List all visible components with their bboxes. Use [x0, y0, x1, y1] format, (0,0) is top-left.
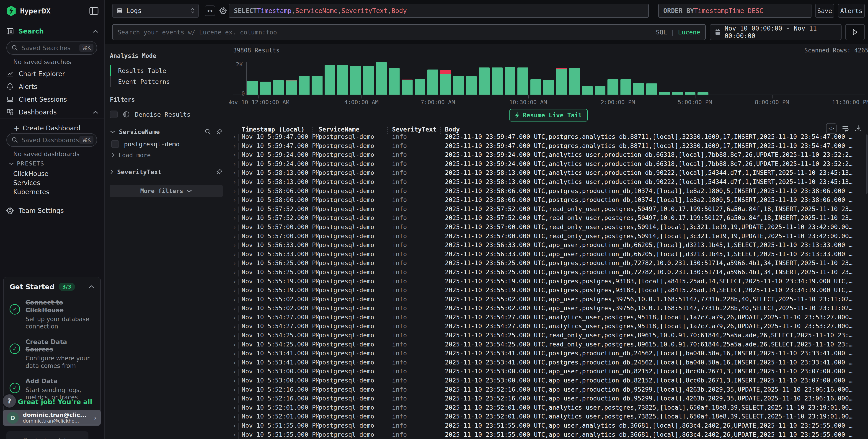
row-expand-chevron[interactable]: › [233, 224, 237, 231]
row-expand-chevron[interactable]: › [233, 323, 237, 330]
table-row[interactable]: ›Nov 10 5:58:06.000 PMpostgresql-demoinf… [229, 187, 868, 196]
row-expand-chevron[interactable]: › [233, 206, 237, 213]
run-search-button[interactable] [845, 24, 865, 40]
get-started-step[interactable]: ✓Create Data SourcesConfigure where your… [9, 338, 94, 370]
row-expand-chevron[interactable]: › [233, 404, 237, 411]
row-expand-chevron[interactable]: › [233, 287, 237, 294]
column-header-servicename[interactable]: ServiceName [319, 126, 360, 133]
select-columns-input[interactable]: SELECT Timestamp,ServiceName,SeverityTex… [229, 4, 649, 18]
row-expand-chevron[interactable]: › [233, 386, 237, 393]
row-expand-chevron[interactable]: › [233, 413, 237, 420]
facet-value-postgresql-demo[interactable]: postgresql-demo [111, 138, 223, 150]
row-expand-chevron[interactable]: › [233, 296, 237, 303]
table-row[interactable]: ›Nov 10 5:53:00.000 PMpostgresql-demoinf… [229, 368, 868, 377]
chevron-up-icon[interactable] [88, 285, 94, 288]
sidebar-item-search[interactable]: Search [0, 26, 104, 37]
table-row[interactable]: ›Nov 10 5:52:01.000 PMpostgresql-demoinf… [229, 404, 868, 413]
table-row[interactable]: ›Nov 10 5:58:06.000 PMpostgresql-demoinf… [229, 196, 868, 206]
chevron-up-icon[interactable] [93, 29, 98, 33]
table-row[interactable]: ›Nov 10 5:57:00.000 PMpostgresql-demoinf… [229, 232, 868, 242]
row-expand-chevron[interactable]: › [233, 269, 237, 276]
checkbox[interactable] [111, 140, 119, 148]
sidebar-item-client-sessions[interactable]: Client Sessions [0, 93, 104, 105]
product-updates-card[interactable]: Product updates [6, 431, 88, 439]
table-row[interactable]: ›Nov 10 5:55:02.000 PMpostgresql-demoinf… [229, 305, 868, 314]
row-expand-chevron[interactable]: › [233, 188, 237, 195]
date-range-picker[interactable]: Nov 10 00:00:00 - Nov 11 00:00:00 [710, 24, 842, 40]
row-expand-chevron[interactable]: › [233, 161, 237, 167]
create-dashboard-button[interactable]: + Create Dashboard [0, 122, 104, 134]
row-expand-chevron[interactable]: › [233, 197, 237, 203]
denoise-results-checkbox-row[interactable]: Denoise Results [110, 108, 223, 120]
table-row[interactable]: ›Nov 10 5:53:41.000 PMpostgresql-demoinf… [229, 350, 868, 359]
row-expand-chevron[interactable]: › [233, 395, 237, 402]
more-filters-button[interactable]: More filters [110, 185, 223, 197]
row-expand-chevron[interactable]: › [233, 368, 237, 375]
column-header-severitytext[interactable]: SeverityText [392, 126, 436, 133]
row-expand-chevron[interactable]: › [233, 251, 237, 258]
user-menu[interactable]: D dominic.tran@clic... dominic.tran@clic… [3, 410, 101, 426]
preset-dashboard-kubernetes[interactable]: Kubernetes [13, 188, 50, 196]
mode-event-patterns[interactable]: Event Patterns [110, 76, 223, 87]
table-row[interactable]: ›Nov 10 5:59:24.000 PMpostgresql-demoinf… [229, 160, 868, 169]
row-expand-chevron[interactable]: › [233, 152, 237, 158]
table-row[interactable]: ›Nov 10 5:51:55.000 PMpostgresql-demoinf… [229, 431, 868, 439]
table-row[interactable]: ›Nov 10 5:55:19.000 PMpostgresql-demoinf… [229, 278, 868, 287]
table-row[interactable]: ›Nov 10 5:54:27.000 PMpostgresql-demoinf… [229, 322, 868, 332]
table-row[interactable]: ›Nov 10 5:54:25.000 PMpostgresql-demoinf… [229, 341, 868, 350]
preset-dashboard-services[interactable]: Services [13, 179, 40, 187]
alerts-button[interactable]: Alerts [838, 4, 865, 18]
language-toggle-lucene[interactable]: Lucene [678, 29, 700, 36]
sidebar-item-alerts[interactable]: Alerts [0, 81, 104, 93]
table-row[interactable]: ›Nov 10 5:56:33.000 PMpostgresql-demoinf… [229, 251, 868, 260]
table-row[interactable]: ›Nov 10 5:58:13.000 PMpostgresql-demoinf… [229, 169, 868, 178]
vertical-scrollbar[interactable] [866, 134, 868, 194]
column-header-body[interactable]: Body [445, 126, 854, 133]
row-expand-chevron[interactable]: › [233, 314, 237, 321]
wrap-lines-icon[interactable] [842, 124, 849, 132]
sidebar-item-chart-explorer[interactable]: Chart Explorer [0, 68, 104, 80]
row-expand-chevron[interactable]: › [233, 179, 237, 186]
table-row[interactable]: ›Nov 10 5:56:25.000 PMpostgresql-demoinf… [229, 269, 868, 278]
collapse-sidebar-icon[interactable] [89, 7, 98, 15]
source-settings-button[interactable] [218, 5, 228, 16]
save-button[interactable]: Save [815, 4, 834, 18]
row-expand-chevron[interactable]: › [233, 143, 237, 150]
chevron-up-icon[interactable] [93, 110, 98, 114]
table-row[interactable]: ›Nov 10 5:54:27.000 PMpostgresql-demoinf… [229, 314, 868, 323]
get-started-step[interactable]: ✓Connect to ClickHouseSet up your databa… [9, 299, 94, 330]
table-row[interactable]: ›Nov 10 5:54:25.000 PMpostgresql-demoinf… [229, 332, 868, 341]
facet-group-severitytext[interactable]: SeverityText [110, 165, 223, 178]
mode-results-table[interactable]: Results Table [110, 65, 223, 76]
help-button[interactable]: ? [3, 394, 16, 408]
row-expand-chevron[interactable]: › [233, 341, 237, 348]
table-row[interactable]: ›Nov 10 5:57:00.000 PMpostgresql-demoinf… [229, 223, 868, 232]
column-resize-handle[interactable] [387, 127, 388, 133]
row-expand-chevron[interactable]: › [233, 422, 237, 429]
row-expand-chevron[interactable]: › [233, 359, 237, 366]
row-expand-chevron[interactable]: › [233, 133, 237, 140]
checkbox[interactable] [110, 111, 118, 118]
table-row[interactable]: ›Nov 10 5:56:33.000 PMpostgresql-demoinf… [229, 241, 868, 251]
table-row[interactable]: ›Nov 10 5:57:52.000 PMpostgresql-demoinf… [229, 214, 868, 223]
column-resize-handle[interactable] [440, 127, 441, 133]
column-header-timestamp[interactable]: Timestamp (Local) [242, 126, 305, 133]
resume-live-tail-button[interactable]: Resume Live Tail [509, 109, 587, 122]
table-row[interactable]: ›Nov 10 5:52:16.000 PMpostgresql-demoinf… [229, 386, 868, 395]
row-expand-chevron[interactable]: › [233, 215, 237, 222]
table-row[interactable]: ›Nov 10 5:51:55.000 PMpostgresql-demoinf… [229, 422, 868, 431]
row-expand-chevron[interactable]: › [233, 432, 237, 438]
row-expand-chevron[interactable]: › [233, 332, 237, 339]
download-icon[interactable] [854, 124, 862, 132]
table-row[interactable]: ›Nov 10 5:59:47.000 PMpostgresql-demoinf… [229, 133, 868, 142]
events-histogram[interactable]: 2K 0 [233, 61, 865, 95]
table-row[interactable]: ›Nov 10 5:55:02.000 PMpostgresql-demoinf… [229, 295, 868, 305]
row-expand-chevron[interactable]: › [233, 278, 237, 285]
column-resize-handle[interactable] [312, 127, 313, 133]
saved-dashboards-input[interactable]: Saved Dashboards ⌘K [6, 133, 97, 147]
table-row[interactable]: ›Nov 10 5:55:19.000 PMpostgresql-demoinf… [229, 286, 868, 295]
source-select[interactable]: Logs [112, 4, 199, 18]
row-expand-chevron[interactable]: › [233, 305, 237, 312]
sidebar-item-dashboards[interactable]: Dashboards [0, 106, 104, 118]
row-expand-chevron[interactable]: › [233, 233, 237, 240]
